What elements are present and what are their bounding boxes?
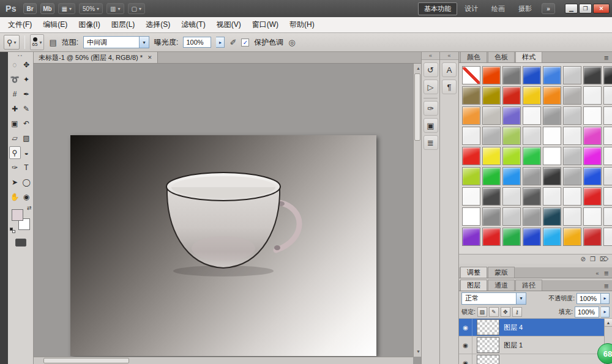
style-swatch[interactable]: [462, 106, 480, 125]
chevron-down-icon[interactable]: ▾: [139, 37, 149, 48]
panel-menu-icon[interactable]: ≣: [601, 270, 612, 278]
clone-source-panel-icon[interactable]: ▣: [424, 118, 438, 133]
opacity-input[interactable]: 100%: [577, 293, 601, 304]
paragraph-panel-icon[interactable]: ¶: [442, 80, 457, 94]
style-swatch[interactable]: [462, 228, 480, 246]
style-swatch[interactable]: [502, 66, 521, 84]
zoom-tool-icon[interactable]: ◉: [21, 190, 32, 203]
style-swatch[interactable]: [603, 187, 612, 206]
style-swatch[interactable]: [603, 86, 612, 105]
style-swatch[interactable]: [603, 127, 612, 145]
workspace-button[interactable]: 绘画: [485, 2, 511, 15]
style-swatch[interactable]: [563, 228, 581, 246]
style-swatch[interactable]: [543, 228, 561, 246]
collapse-dock-icon[interactable]: «: [440, 52, 458, 60]
layer-row[interactable]: ◉图层 1: [459, 336, 604, 354]
visibility-toggle[interactable]: ◉: [459, 319, 472, 336]
chevron-down-icon[interactable]: ▾: [516, 293, 526, 304]
panel-menu-icon[interactable]: ≣: [601, 54, 612, 62]
layer-thumbnail[interactable]: [477, 355, 499, 364]
layer-row[interactable]: ◉: [459, 354, 604, 364]
brush-preset-picker[interactable]: 65 ▾: [30, 34, 45, 50]
exposure-spinner[interactable]: ▸: [216, 37, 225, 48]
close-button[interactable]: ✕: [593, 4, 610, 13]
fill-input[interactable]: 100%: [575, 306, 599, 318]
crop-tool-icon[interactable]: #: [9, 87, 21, 100]
color-panel-tab[interactable]: 颜色: [460, 52, 487, 62]
layer-row[interactable]: ◉图层 4: [459, 319, 604, 336]
lock-all-icon[interactable]: ⚷: [512, 307, 522, 317]
style-swatch[interactable]: [543, 207, 561, 226]
move-tool-icon[interactable]: ✥: [21, 58, 32, 71]
style-swatch[interactable]: [583, 228, 602, 246]
vertical-scrollbar[interactable]: ▲ ▼: [413, 64, 421, 357]
style-swatch[interactable]: [502, 207, 521, 226]
style-swatch[interactable]: [603, 147, 612, 165]
style-swatch[interactable]: [543, 66, 561, 84]
style-swatch[interactable]: [543, 127, 561, 145]
style-swatch[interactable]: [563, 127, 581, 145]
gradient-tool-icon[interactable]: ▧: [21, 132, 32, 144]
workspace-button[interactable]: 基本功能: [418, 2, 457, 15]
brush-tool-icon[interactable]: ✎: [21, 102, 32, 115]
exposure-input[interactable]: 100%: [183, 37, 211, 48]
style-swatch[interactable]: [603, 106, 612, 125]
style-swatch[interactable]: [482, 127, 501, 145]
blend-mode-select[interactable]: 正常 ▾: [461, 292, 526, 305]
menu-item[interactable]: 文件(F): [2, 17, 37, 32]
style-swatch[interactable]: [462, 86, 480, 105]
swap-colors-icon[interactable]: ⇄: [27, 205, 32, 211]
layers-panel-tab[interactable]: 图层: [460, 280, 487, 291]
style-swatch[interactable]: [543, 167, 561, 185]
style-swatch[interactable]: [563, 187, 581, 206]
style-swatch[interactable]: [462, 147, 480, 165]
clear-style-icon[interactable]: ⊘: [581, 255, 586, 264]
style-swatch[interactable]: [482, 167, 501, 185]
style-swatch[interactable]: [563, 86, 581, 105]
actions-panel-icon[interactable]: ▷: [424, 80, 438, 94]
color-panel-tab[interactable]: 色板: [488, 52, 515, 62]
style-swatch[interactable]: [462, 207, 480, 226]
style-swatch[interactable]: [482, 66, 501, 84]
menu-item[interactable]: 帮助(H): [284, 17, 320, 32]
menu-item[interactable]: 选择(S): [140, 17, 176, 32]
style-swatch[interactable]: [482, 86, 501, 105]
style-swatch[interactable]: [482, 228, 501, 246]
visibility-toggle[interactable]: ◉: [459, 354, 472, 364]
zoom-level-dropdown[interactable]: 50%▾: [79, 3, 103, 14]
tab-close-icon[interactable]: ✕: [147, 54, 152, 61]
clone-stamp-tool-icon[interactable]: ▣: [9, 117, 21, 130]
style-swatch[interactable]: [583, 106, 602, 125]
blur-tool-icon[interactable]: ◒: [21, 146, 32, 159]
horizontal-scroll-thumb[interactable]: [43, 358, 129, 363]
character-panel-icon[interactable]: A: [442, 62, 457, 77]
dodge-tool-icon[interactable]: ⚲: [9, 146, 21, 159]
adjustments-panel-tab[interactable]: 调整: [460, 267, 487, 278]
lock-position-icon[interactable]: ✥: [501, 307, 510, 317]
path-selection-tool-icon[interactable]: ➤: [9, 176, 21, 188]
quick-selection-tool-icon[interactable]: ✦: [21, 73, 32, 86]
workspace-overflow-button[interactable]: »: [542, 3, 555, 14]
menu-item[interactable]: 视图(V): [211, 17, 247, 32]
style-swatch[interactable]: [543, 147, 561, 165]
visibility-toggle[interactable]: ◉: [459, 336, 472, 354]
protect-tones-checkbox[interactable]: ✓: [241, 39, 249, 46]
scroll-up-icon[interactable]: ▲: [605, 319, 612, 327]
menu-item[interactable]: 编辑(E): [37, 17, 73, 32]
toggle-brush-panel-icon[interactable]: ▤: [49, 38, 56, 47]
panel-grip[interactable]: ▪▪: [8, 52, 33, 58]
hand-tool-icon[interactable]: ✋: [9, 190, 21, 203]
new-style-icon[interactable]: ❐: [590, 255, 595, 264]
bridge-button[interactable]: Br: [23, 3, 37, 14]
style-swatch[interactable]: [482, 147, 501, 165]
style-swatch[interactable]: [482, 207, 501, 226]
lasso-tool-icon[interactable]: ➰: [9, 73, 21, 86]
screen-mode-dropdown[interactable]: ▢▾: [128, 3, 145, 14]
brush-panel-toggle-icon[interactable]: ◎: [288, 38, 295, 47]
horizontal-scrollbar[interactable]: [34, 357, 413, 364]
eyedropper-tool-icon[interactable]: ✒: [21, 87, 32, 100]
range-select[interactable]: 中间调 ▾: [83, 36, 149, 48]
menu-item[interactable]: 图像(I): [73, 17, 105, 32]
scroll-up-icon[interactable]: ▲: [416, 65, 420, 72]
quick-mask-button[interactable]: [15, 239, 26, 247]
